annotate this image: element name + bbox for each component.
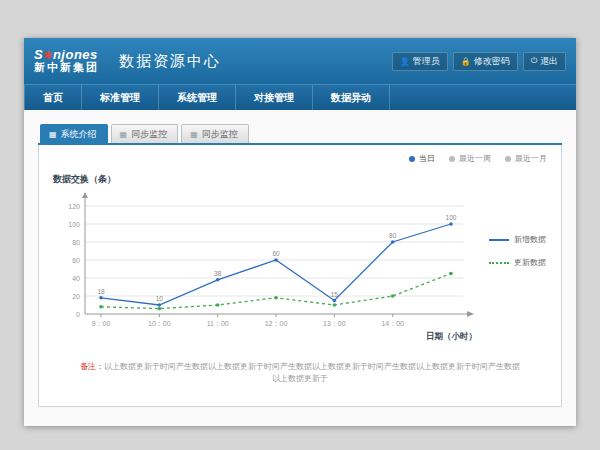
svg-text:60: 60 — [72, 257, 80, 264]
radio-dot-icon — [449, 156, 455, 162]
user-icon: 👤 — [400, 57, 410, 66]
legend-item-new-data[interactable]: 新增数据 — [489, 234, 546, 245]
power-icon: ⏻ — [531, 56, 537, 66]
dashed-line-icon — [489, 262, 509, 264]
app-window: S✱njones 新中新集团 数据资源中心 👤 管理员 🔒 修改密码 ⏻ 退出 … — [24, 38, 576, 426]
svg-text:20: 20 — [72, 293, 80, 300]
footnote-text: 以上数据更新于时间产生数据以上数据更新于时间产生数据以上数据更新于时间产生数据以… — [104, 362, 520, 383]
nav-item-home[interactable]: 首页 — [24, 85, 82, 110]
main-nav: 首页 标准管理 系统管理 对接管理 数据异动 — [24, 84, 576, 110]
brand-logo: S✱njones 新中新集团 — [34, 48, 99, 73]
series-legend: 新增数据 更新数据 — [489, 234, 546, 268]
logout-label: 退出 — [540, 55, 558, 68]
tab-system-intro[interactable]: ▦ 系统介绍 — [40, 124, 108, 143]
legend-item-updated-data[interactable]: 更新数据 — [489, 257, 546, 268]
admin-user-button[interactable]: 👤 管理员 — [392, 52, 448, 71]
page-title: 数据资源中心 — [119, 52, 221, 71]
range-option-today[interactable]: 当日 — [409, 153, 435, 164]
range-option-last-week[interactable]: 最近一周 — [449, 153, 491, 164]
top-bar: S✱njones 新中新集团 数据资源中心 👤 管理员 🔒 修改密码 ⏻ 退出 — [24, 38, 576, 84]
brand-logo-sub: 新中新集团 — [34, 62, 99, 74]
nav-item-standard-mgmt[interactable]: 标准管理 — [82, 85, 159, 110]
svg-text:100: 100 — [446, 214, 457, 221]
nav-item-system-mgmt[interactable]: 系统管理 — [159, 85, 236, 110]
radio-dot-icon — [505, 156, 511, 162]
svg-text:18: 18 — [97, 288, 105, 295]
grid-icon: ▦ — [190, 130, 198, 139]
svg-text:12：00: 12：00 — [265, 320, 288, 327]
svg-text:11：00: 11：00 — [207, 320, 229, 327]
radio-dot-icon — [409, 156, 415, 162]
grid-icon: ▦ — [49, 130, 57, 139]
grid-icon: ▦ — [120, 130, 128, 139]
svg-text:38: 38 — [214, 270, 222, 277]
logout-button[interactable]: ⏻ 退出 — [523, 52, 566, 71]
nav-item-data-change[interactable]: 数据异动 — [313, 85, 390, 110]
svg-text:0: 0 — [76, 311, 80, 318]
content-area: ▦ 系统介绍 ▦ 同步监控 ▦ 同步监控 当日 最近一周 — [24, 110, 576, 426]
svg-text:14：00: 14：00 — [381, 320, 404, 327]
line-chart-svg: 0204060801001209：0010：0011：0012：0013：001… — [49, 186, 489, 351]
svg-text:80: 80 — [389, 232, 397, 239]
svg-text:60: 60 — [272, 250, 280, 257]
range-legend: 当日 最近一周 最近一月 — [409, 153, 547, 164]
nav-item-connect-mgmt[interactable]: 对接管理 — [236, 85, 313, 110]
chart-row: 0204060801001209：0010：0011：0012：0013：001… — [49, 186, 551, 351]
svg-text:10: 10 — [156, 295, 164, 302]
admin-user-label: 管理员 — [413, 55, 440, 68]
svg-text:13：00: 13：00 — [323, 320, 346, 327]
change-password-label: 修改密码 — [474, 55, 510, 68]
tab-sync-monitor-2[interactable]: ▦ 同步监控 — [181, 124, 249, 143]
footnote: 备注：以上数据更新于时间产生数据以上数据更新于时间产生数据以上数据更新于时间产生… — [49, 361, 551, 385]
svg-text:40: 40 — [72, 275, 80, 282]
svg-text:日期（小时）: 日期（小时） — [426, 331, 477, 341]
tab-bar: ▦ 系统介绍 ▦ 同步监控 ▦ 同步监控 — [38, 124, 562, 145]
range-option-last-month[interactable]: 最近一月 — [505, 153, 547, 164]
brand-star-icon: ✱ — [43, 49, 53, 61]
y-axis-title: 数据交换（条） — [53, 173, 551, 186]
solid-line-icon — [489, 239, 509, 241]
svg-text:80: 80 — [72, 239, 80, 246]
footnote-prefix: 备注： — [80, 362, 104, 371]
svg-text:120: 120 — [68, 203, 80, 210]
svg-text:15: 15 — [331, 291, 339, 298]
change-password-button[interactable]: 🔒 修改密码 — [453, 52, 518, 71]
brand-logo-text: S✱njones — [34, 48, 99, 62]
lock-icon: 🔒 — [461, 57, 471, 66]
svg-text:100: 100 — [68, 221, 80, 228]
tab-sync-monitor-1[interactable]: ▦ 同步监控 — [111, 124, 179, 143]
svg-text:9：00: 9：00 — [92, 320, 111, 327]
svg-text:10：00: 10：00 — [148, 320, 171, 327]
user-actions: 👤 管理员 🔒 修改密码 ⏻ 退出 — [392, 52, 566, 71]
chart-panel: 当日 最近一周 最近一月 数据交换（条） 0204060801001209：00… — [38, 145, 562, 407]
